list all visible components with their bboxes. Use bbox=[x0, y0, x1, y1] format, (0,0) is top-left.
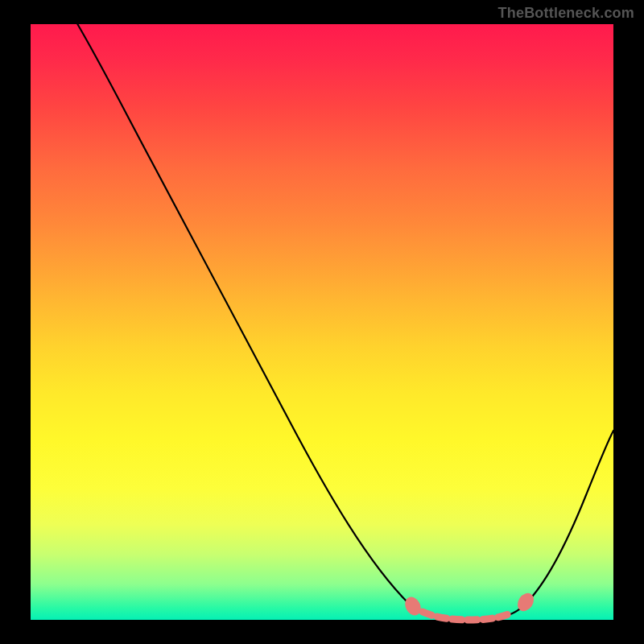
bottleneck-curve bbox=[71, 13, 613, 620]
highlight-dash bbox=[423, 612, 512, 620]
chart-svg bbox=[31, 24, 613, 620]
plot-area bbox=[31, 24, 613, 620]
watermark-label: TheBottleneck.com bbox=[498, 5, 634, 22]
chart-frame: TheBottleneck.com bbox=[0, 0, 644, 644]
